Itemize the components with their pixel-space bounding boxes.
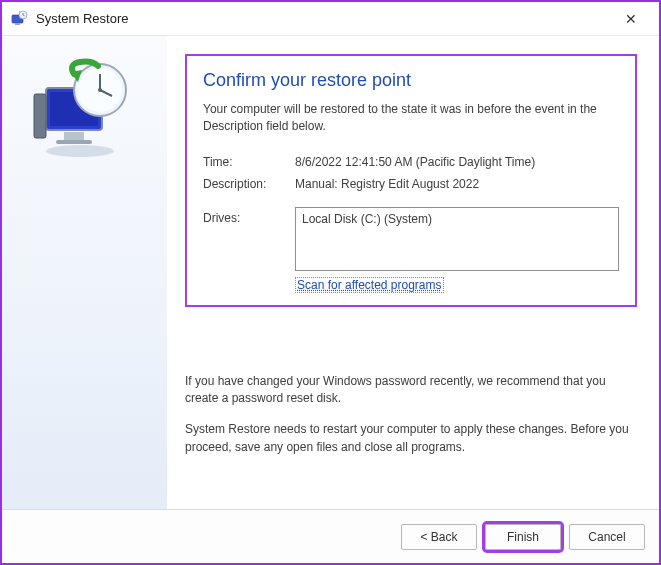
description-row: Description: Manual: Registry Edit Augus… <box>203 177 619 191</box>
system-restore-window: System Restore ✕ <box>0 0 661 565</box>
window-title: System Restore <box>36 11 611 26</box>
restart-note: System Restore needs to restart your com… <box>185 421 637 456</box>
drives-list: Local Disk (C:) (System) <box>295 207 619 271</box>
content-area: Confirm your restore point Your computer… <box>167 36 659 509</box>
confirm-panel-highlight: Confirm your restore point Your computer… <box>185 54 637 307</box>
intro-text: Your computer will be restored to the st… <box>203 101 619 135</box>
drives-row: Drives: Local Disk (C:) (System) <box>203 207 619 271</box>
finish-button[interactable]: Finish <box>485 524 561 550</box>
time-label: Time: <box>203 155 295 169</box>
cancel-button[interactable]: Cancel <box>569 524 645 550</box>
drives-label: Drives: <box>203 207 295 271</box>
description-value: Manual: Registry Edit August 2022 <box>295 177 619 191</box>
svg-rect-1 <box>15 23 20 25</box>
svg-point-3 <box>46 145 114 157</box>
scan-affected-programs-link[interactable]: Scan for affected programs <box>295 277 444 293</box>
time-row: Time: 8/6/2022 12:41:50 AM (Pacific Dayl… <box>203 155 619 169</box>
password-note: If you have changed your Windows passwor… <box>185 373 637 408</box>
close-icon[interactable]: ✕ <box>611 11 651 27</box>
time-value: 8/6/2022 12:41:50 AM (Pacific Daylight T… <box>295 155 619 169</box>
description-label: Description: <box>203 177 295 191</box>
scan-link-row: Scan for affected programs <box>203 277 619 293</box>
svg-rect-6 <box>64 132 84 140</box>
drive-item: Local Disk (C:) (System) <box>302 212 612 226</box>
button-bar: < Back Finish Cancel <box>2 509 659 563</box>
svg-rect-8 <box>34 94 46 138</box>
sidebar <box>2 36 167 509</box>
page-heading: Confirm your restore point <box>203 70 619 91</box>
titlebar: System Restore ✕ <box>2 2 659 36</box>
dialog-body: Confirm your restore point Your computer… <box>2 36 659 509</box>
svg-rect-7 <box>56 140 92 144</box>
restore-graphic-icon <box>30 56 140 166</box>
svg-point-13 <box>98 88 102 92</box>
back-button[interactable]: < Back <box>401 524 477 550</box>
system-restore-icon <box>10 10 28 28</box>
